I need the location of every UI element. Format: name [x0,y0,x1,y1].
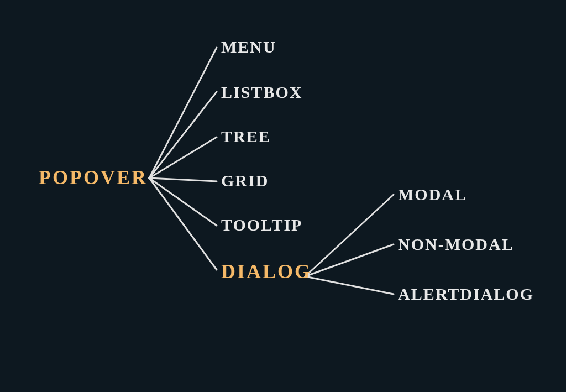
edge-popover-tree [149,137,217,178]
node-alertdialog: ALERTDIALOG [398,285,534,304]
node-popover: POPOVER [39,166,148,189]
node-listbox: LISTBOX [221,83,302,102]
edge-dialog-modal [305,195,394,276]
diagram-lines [0,0,566,392]
node-tooltip: TOOLTIP [221,216,302,234]
edge-popover-listbox [149,92,217,178]
edge-popover-menu [149,48,217,178]
edge-dialog-alertdialog [305,276,394,294]
node-menu: MENU [221,38,276,56]
edge-popover-grid [149,178,217,181]
node-dialog: DIALOG [221,260,312,283]
node-modal: MODAL [398,185,467,204]
edge-popover-tooltip [149,178,217,226]
edge-dialog-nonmodal [305,244,394,276]
edge-popover-dialog [149,178,217,270]
node-tree: TREE [221,127,271,146]
node-grid: GRID [221,171,269,190]
node-nonmodal: NON-MODAL [398,235,514,254]
